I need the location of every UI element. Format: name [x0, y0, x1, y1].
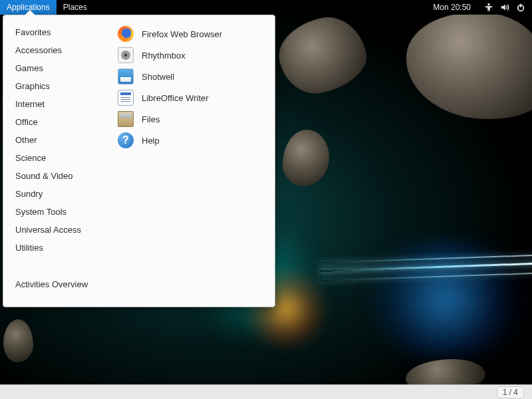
bottom-bar: 1 / 4 — [0, 384, 532, 399]
category-graphics[interactable]: Graphics — [14, 77, 106, 95]
svg-point-0 — [487, 3, 490, 6]
app-files[interactable]: Files — [115, 108, 268, 130]
app-libreoffice-writer[interactable]: LibreOffice Writer — [115, 87, 268, 108]
top-bar: Applications Places Mon 20:50 — [0, 0, 532, 15]
clock[interactable]: Mon 20:50 — [430, 3, 473, 12]
category-sundry[interactable]: Sundry — [14, 185, 106, 203]
category-utilities[interactable]: Utilities — [14, 239, 106, 257]
applications-menu-panel: Favorites Accessories Games Graphics Int… — [3, 15, 275, 307]
top-bar-left: Applications Places — [0, 0, 94, 15]
category-favorites[interactable]: Favorites — [14, 23, 106, 41]
activities-overview-link[interactable]: Activities Overview — [14, 275, 106, 293]
category-games[interactable]: Games — [14, 59, 106, 77]
category-accessories[interactable]: Accessories — [14, 41, 106, 59]
volume-icon[interactable] — [500, 3, 509, 12]
app-label: Firefox Web Browser — [142, 29, 222, 39]
app-shotwell[interactable]: Shotwell — [115, 66, 268, 87]
category-internet[interactable]: Internet — [14, 95, 106, 113]
top-bar-right: Mon 20:50 — [430, 0, 532, 15]
files-icon — [118, 111, 134, 127]
places-menu-button[interactable]: Places — [57, 0, 94, 15]
app-label: LibreOffice Writer — [142, 93, 209, 103]
app-firefox[interactable]: Firefox Web Browser — [115, 23, 268, 45]
menu-categories: Favorites Accessories Games Graphics Int… — [3, 15, 110, 307]
app-help[interactable]: ? Help — [115, 130, 268, 151]
app-label: Rhythmbox — [142, 51, 186, 61]
app-label: Help — [142, 136, 160, 146]
accessibility-icon[interactable] — [484, 3, 493, 12]
workspace-indicator[interactable]: 1 / 4 — [497, 386, 524, 398]
menu-spacer — [14, 257, 106, 275]
help-icon: ? — [118, 132, 134, 148]
category-sound-video[interactable]: Sound & Video — [14, 167, 106, 185]
category-universal-access[interactable]: Universal Access — [14, 221, 106, 239]
app-label: Shotwell — [142, 72, 174, 82]
shotwell-icon — [118, 68, 134, 84]
app-rhythmbox[interactable]: Rhythmbox — [115, 45, 268, 66]
menu-apps-pane: Firefox Web Browser Rhythmbox Shotwell L… — [110, 15, 275, 307]
power-icon[interactable] — [516, 3, 525, 12]
firefox-icon — [118, 26, 134, 42]
libreoffice-writer-icon — [118, 90, 134, 106]
category-science[interactable]: Science — [14, 149, 106, 167]
app-label: Files — [142, 114, 160, 124]
category-system-tools[interactable]: System Tools — [14, 203, 106, 221]
category-other[interactable]: Other — [14, 131, 106, 149]
category-office[interactable]: Office — [14, 113, 106, 131]
rhythmbox-icon — [118, 47, 134, 63]
